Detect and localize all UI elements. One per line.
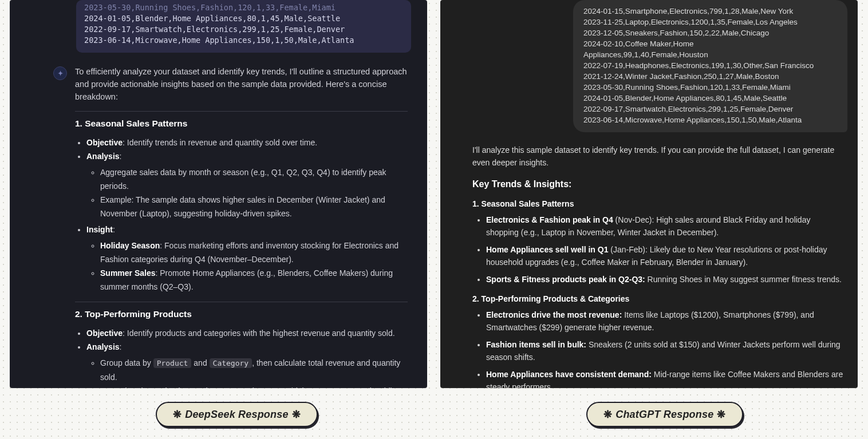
- deepseek-user-code-block[interactable]: 2023-05-30,Running Shoes,Fashion,120,1,3…: [76, 0, 411, 53]
- list-item: Example: Electronics (Smartphone, Laptop…: [100, 384, 408, 388]
- inline-code-chip: Category: [210, 358, 252, 368]
- csv-line: 2023-11-25,Laptop,Electronics,1200,1,35,…: [583, 17, 837, 27]
- list-item: Objective: Identify trends in revenue an…: [86, 136, 408, 149]
- csv-line: 2024-01-05,Blender,Home Appliances,80,1,…: [583, 93, 837, 104]
- deepseek-intro-text: To efficiently analyze your dataset and …: [75, 65, 408, 103]
- chatgpt-user-bubble[interactable]: 2024-01-15,Smartphone,Electronics,799,1,…: [573, 0, 847, 132]
- bullet-text: and: [191, 358, 209, 367]
- bullet-text: :: [120, 152, 122, 161]
- response-heading: Key Trends & Insights:: [472, 178, 845, 191]
- section-heading: 2. Top-Performing Products & Categories: [472, 292, 845, 305]
- section-divider: [75, 111, 408, 112]
- list-item: Objective: Identify products and categor…: [86, 326, 408, 340]
- flower-icon: ❋: [292, 408, 301, 421]
- deepseek-response-body: 1. Seasonal Sales Patterns Objective: Id…: [18, 111, 419, 388]
- list-item: Home Appliances have consistent demand: …: [486, 368, 845, 388]
- caption-text: ChatGPT Response: [616, 409, 713, 421]
- csv-line: 2021-12-24,Winter Jacket,Fashion,250,1,2…: [583, 71, 837, 82]
- list-item: Electronics drive the most revenue: Item…: [486, 309, 845, 334]
- bullet-label: Objective: [86, 329, 123, 338]
- csv-line: Appliances,99,1,40,Female,Houston: [583, 49, 837, 60]
- csv-line: 2023-05-30,Running Shoes,Fashion,120,1,3…: [583, 82, 837, 93]
- chatgpt-panel: 2024-01-15,Smartphone,Electronics,799,1,…: [440, 0, 858, 388]
- list-item: Electronics & Fashion peak in Q4 (Nov-De…: [486, 213, 845, 239]
- list-item: Holiday Season: Focus marketing efforts …: [100, 239, 408, 266]
- bullet-text: :: [113, 225, 115, 234]
- csv-line: 2022-09-17,Smartwatch,Electronics,299,1,…: [583, 104, 837, 114]
- list-item: Sports & Fitness products peak in Q2-Q3:…: [486, 273, 845, 286]
- deepseek-panel: 2023-05-30,Running Shoes,Fashion,120,1,3…: [10, 0, 427, 388]
- bullet-list: Electronics drive the most revenue: Item…: [472, 309, 845, 388]
- bullet-label: Sports & Fitness products peak in Q2-Q3:: [486, 275, 645, 284]
- list-item: Home Appliances sell well in Q1 (Jan-Feb…: [486, 243, 845, 268]
- list-item: Analysis: Aggregate sales data by month …: [86, 149, 408, 220]
- chatgpt-response-body: I'll analyze this sample dataset to iden…: [440, 144, 858, 388]
- bullet-text: : Identify trends in revenue and quantit…: [123, 138, 317, 147]
- bullet-label: Insight: [86, 225, 113, 234]
- caption-text: DeepSeek Response: [185, 409, 288, 421]
- csv-line: 2023-12-05,Sneakers,Fashion,150,2,22,Mal…: [583, 27, 837, 38]
- section-heading: 1. Seasonal Sales Patterns: [472, 197, 845, 210]
- bullet-text: :: [120, 342, 122, 351]
- list-item: Aggregate sales data by month or season …: [100, 165, 408, 193]
- csv-line: 2022-07-19,Headphones,Electronics,199,1,…: [583, 60, 837, 71]
- list-item: Summer Sales: Promote Home Appliances (e…: [100, 266, 408, 294]
- bullet-label: Fashion items sell in bulk:: [486, 340, 586, 349]
- csv-line: 2023-06-14,Microwave,Home Appliances,150…: [84, 35, 403, 46]
- bullet-label: Summer Sales: [100, 268, 156, 278]
- bullet-label: Home Appliances have consistent demand:: [486, 370, 652, 379]
- flower-icon: ❋: [173, 408, 182, 421]
- section-heading: 2. Top-Performing Products: [75, 309, 408, 319]
- sub-bullet-list: Group data by Product and Category, then…: [86, 356, 408, 388]
- bullet-text: Running Shoes in May suggest summer fitn…: [645, 275, 842, 284]
- sub-bullet-list: Holiday Season: Focus marketing efforts …: [86, 239, 408, 294]
- bullet-text: : Identify products and categories with …: [123, 329, 395, 338]
- chatgpt-caption-pill: ❋ ChatGPT Response ❋: [586, 402, 743, 427]
- bullet-list: Objective: Identify products and categor…: [75, 326, 408, 388]
- csv-line: 2022-09-17,Smartwatch,Electronics,299,1,…: [84, 24, 403, 35]
- bullet-label: Analysis: [86, 152, 120, 161]
- list-item: Insight: Holiday Season: Focus marketing…: [86, 223, 408, 294]
- deepseek-caption-pill: ❋ DeepSeek Response ❋: [156, 402, 318, 427]
- csv-line: 2023-06-14,Microwave,Home Appliances,150…: [583, 114, 837, 125]
- assistant-avatar-icon: ✦: [53, 66, 67, 80]
- bullet-label: Analysis: [86, 342, 120, 351]
- bullet-label: Holiday Season: [100, 241, 160, 250]
- bullet-label: Home Appliances sell well in Q1: [486, 245, 608, 254]
- bullet-text: Group data by: [100, 358, 153, 367]
- inline-code-chip: Product: [153, 358, 192, 368]
- csv-line: 2024-02-10,Coffee Maker,Home: [583, 38, 837, 49]
- list-item: Fashion items sell in bulk: Sneakers (2 …: [486, 338, 845, 363]
- flower-icon: ❋: [717, 408, 725, 421]
- sub-bullet-list: Aggregate sales data by month or season …: [86, 165, 408, 220]
- bullet-label: Electronics drive the most revenue:: [486, 310, 622, 319]
- bullet-list: Objective: Identify trends in revenue an…: [75, 136, 408, 294]
- list-item: Group data by Product and Category, then…: [100, 356, 408, 384]
- list-item: Analysis: Group data by Product and Cate…: [86, 340, 408, 388]
- bullet-label: Electronics & Fashion peak in Q4: [486, 215, 613, 224]
- bullet-label: Objective: [86, 138, 123, 147]
- section-heading: 1. Seasonal Sales Patterns: [75, 118, 408, 129]
- section-divider: [75, 302, 408, 302]
- csv-line: 2024-01-15,Smartphone,Electronics,799,1,…: [583, 6, 837, 17]
- flower-icon: ❋: [603, 408, 612, 421]
- list-item: Example: The sample data shows higher sa…: [100, 193, 408, 220]
- csv-line: 2023-05-30,Running Shoes,Fashion,120,1,3…: [84, 2, 403, 13]
- chatgpt-intro-text: I'll analyze this sample dataset to iden…: [472, 144, 845, 169]
- csv-line: 2024-01-05,Blender,Home Appliances,80,1,…: [84, 13, 403, 24]
- bullet-list: Electronics & Fashion peak in Q4 (Nov-De…: [472, 213, 845, 286]
